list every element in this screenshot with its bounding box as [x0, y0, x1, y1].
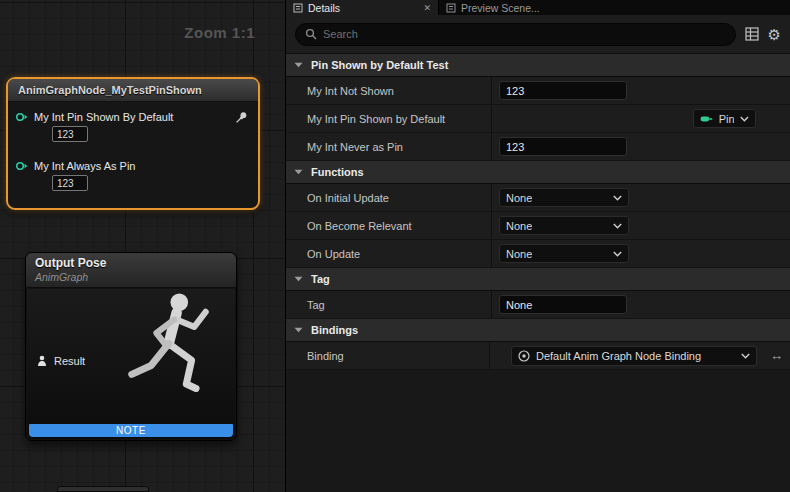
chevron-down-icon	[294, 327, 303, 333]
property-row-on-update: On Update None	[286, 240, 790, 268]
gear-icon[interactable]: ⚙	[768, 27, 781, 42]
reset-to-default-icon[interactable]: ↔	[770, 349, 783, 362]
section-header-functions[interactable]: Functions	[286, 161, 790, 184]
chevron-down-icon	[294, 62, 303, 68]
dropdown-value: None	[506, 220, 532, 232]
chevron-down-icon	[294, 169, 303, 175]
node-title: Output Pose	[35, 256, 227, 270]
node-subtitle: AnimGraph	[35, 271, 227, 283]
property-label: Binding	[286, 342, 489, 369]
property-row-my-int-not-shown: My Int Not Shown	[286, 77, 790, 105]
property-value: None	[491, 212, 790, 239]
section-title: Pin Shown by Default Test	[311, 59, 448, 71]
pin-default-value-input[interactable]	[52, 175, 88, 191]
node-header[interactable]: Output Pose AnimGraph	[26, 253, 236, 288]
section-header-bindings[interactable]: Bindings	[286, 319, 790, 342]
property-label: Tag	[286, 291, 491, 318]
pin-row: My Int Always As Pin	[15, 160, 135, 172]
pin-label: My Int Pin Shown By Default	[34, 111, 173, 123]
result-pin-label: Result	[54, 355, 85, 367]
output-pose-node[interactable]: Output Pose AnimGraph Resul	[25, 252, 237, 441]
property-label: On Become Relevant	[286, 212, 491, 239]
property-value: None	[491, 184, 790, 211]
anim-graph-test-node[interactable]: AnimGraphNode_MyTestPinShown My Int Pin …	[6, 77, 260, 210]
tab-label: Details	[308, 2, 340, 14]
section-title: Bindings	[311, 324, 358, 336]
chevron-down-icon	[613, 195, 622, 201]
chevron-down-icon	[741, 353, 750, 359]
result-pin-row: Result	[36, 355, 85, 367]
chevron-down-icon	[613, 223, 622, 229]
int-value-input[interactable]	[499, 137, 627, 156]
dropdown-value: None	[506, 192, 532, 204]
dropdown-value: Default Anim Graph Node Binding	[536, 350, 701, 362]
property-value: None	[491, 240, 790, 267]
search-icon	[305, 28, 317, 40]
grid-view-icon[interactable]	[745, 27, 759, 41]
binding-badge-icon	[518, 350, 530, 362]
function-dropdown[interactable]: None	[499, 244, 629, 263]
property-label: On Update	[286, 240, 491, 267]
close-tab-icon[interactable]: ✕	[423, 3, 431, 13]
search-input[interactable]	[323, 28, 726, 40]
pin-mode-dropdown[interactable]: Pin	[693, 109, 756, 128]
app-root: Zoom 1:1 AnimGraphNode_MyTestPinShown My…	[0, 0, 790, 492]
binding-dropdown[interactable]: Default Anim Graph Node Binding	[511, 346, 757, 366]
tab-preview-scene[interactable]: Preview Scene...	[438, 0, 547, 15]
section-header-tag[interactable]: Tag	[286, 268, 790, 291]
property-value: Pin	[491, 105, 790, 132]
property-row-on-become-relevant: On Become Relevant None	[286, 212, 790, 240]
property-row-my-int-pin-shown: My Int Pin Shown by Default Pin	[286, 105, 790, 133]
property-row-binding: Binding Default Anim Graph Node Binding …	[286, 342, 790, 370]
property-value: Default Anim Graph Node Binding ↔	[489, 342, 790, 369]
tag-input[interactable]	[499, 295, 627, 314]
property-row-on-initial-update: On Initial Update None	[286, 184, 790, 212]
property-value	[491, 291, 790, 318]
chevron-down-icon	[740, 116, 749, 122]
int-value-input[interactable]	[499, 81, 627, 100]
node-body: Result NOTE	[27, 289, 235, 439]
dropdown-value: None	[506, 248, 532, 260]
thumbtack-icon[interactable]	[235, 111, 248, 124]
chevron-down-icon	[294, 276, 303, 282]
pin-icon	[700, 115, 713, 123]
property-value	[491, 77, 790, 104]
function-dropdown[interactable]: None	[499, 188, 629, 207]
int-pin-icon[interactable]	[15, 160, 28, 172]
note-bar[interactable]: NOTE	[29, 424, 233, 437]
mannequin-preview	[115, 289, 233, 421]
chevron-down-icon	[613, 251, 622, 257]
zoom-level-label: Zoom 1:1	[184, 24, 255, 41]
dropdown-value: Pin	[719, 113, 735, 125]
property-row-tag: Tag	[286, 291, 790, 319]
section-title: Tag	[311, 273, 330, 285]
pin-default-value-input[interactable]	[52, 126, 88, 142]
details-panel: Details ✕ Preview Scene...	[285, 0, 790, 492]
property-label: My Int Not Shown	[286, 77, 491, 104]
pin-row: My Int Pin Shown By Default	[15, 111, 173, 123]
details-toolbar: ⚙	[286, 15, 790, 54]
property-row-my-int-never-pin: My Int Never as Pin	[286, 133, 790, 161]
anim-graph-canvas[interactable]: Zoom 1:1 AnimGraphNode_MyTestPinShown My…	[0, 0, 285, 492]
tab-bar: Details ✕ Preview Scene...	[286, 0, 790, 15]
function-dropdown[interactable]: None	[499, 216, 629, 235]
property-label: My Int Pin Shown by Default	[286, 105, 491, 132]
tab-details[interactable]: Details ✕	[286, 0, 438, 15]
pose-pin-icon[interactable]	[36, 355, 48, 367]
section-title: Functions	[311, 166, 364, 178]
property-value	[491, 133, 790, 160]
tab-label: Preview Scene...	[461, 2, 540, 14]
preview-scene-tab-icon	[446, 3, 456, 13]
search-box[interactable]	[295, 23, 736, 46]
int-pin-icon[interactable]	[15, 111, 28, 123]
pin-label: My Int Always As Pin	[34, 160, 135, 172]
node-title[interactable]: AnimGraphNode_MyTestPinShown	[8, 79, 258, 102]
property-label: My Int Never as Pin	[286, 133, 491, 160]
section-header-pin-shown[interactable]: Pin Shown by Default Test	[286, 54, 790, 77]
property-label: On Initial Update	[286, 184, 491, 211]
offscreen-node-fragment[interactable]	[57, 486, 149, 492]
details-tab-icon	[293, 3, 303, 13]
